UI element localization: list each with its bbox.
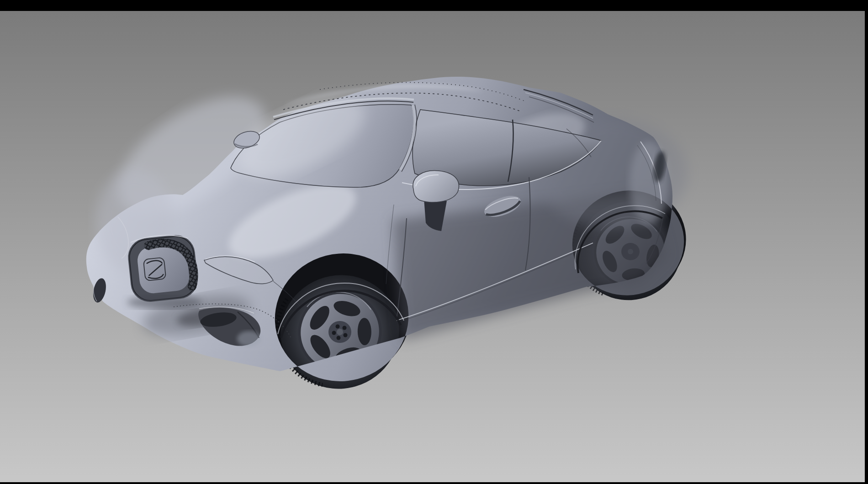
app-window: [0, 0, 868, 484]
front-hub-cap: [337, 329, 343, 335]
bottom-letterbox-bar: [0, 482, 868, 484]
top-letterbox-bar: [0, 0, 868, 11]
grille: [126, 232, 200, 304]
right-letterbox-bar: [865, 0, 868, 484]
mirror-shell: [413, 171, 459, 202]
viewport-canvas[interactable]: [0, 0, 868, 484]
grille-shadow: [127, 296, 202, 309]
